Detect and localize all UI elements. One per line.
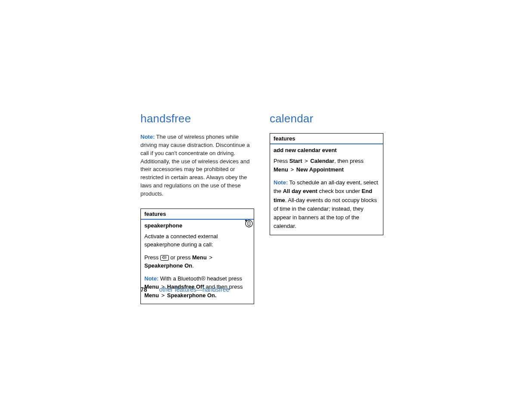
footer-text: other features—handsfree <box>159 286 230 293</box>
speakerphone-instruction: Press or press Menu > Speakerphone On. <box>144 253 250 270</box>
intro-text: The use of wireless phones while driving… <box>140 134 250 197</box>
svg-rect-1 <box>248 221 250 225</box>
features-header: features <box>141 209 254 220</box>
calendar-features-box: features add new calendar event Press St… <box>270 133 383 235</box>
calendar-instruction: Press Start > Calendar, then press Menu … <box>274 157 380 174</box>
features-header-calendar: features <box>270 134 383 144</box>
page-footer: 78other features—handsfree <box>140 286 229 293</box>
calendar-section: add new calendar event Press Start > Cal… <box>270 144 383 235</box>
handsfree-intro: Note: The use of wireless phones while d… <box>140 133 254 198</box>
left-column: handsfree Note: The use of wireless phon… <box>140 112 254 304</box>
speakerphone-desc: Activate a connected external speakerpho… <box>144 232 250 249</box>
optional-accessory-icon <box>244 219 253 229</box>
page-number: 78 <box>140 286 147 293</box>
speaker-key-icon <box>160 255 169 261</box>
calendar-note: Note: To schedule an all-day event, sele… <box>274 178 380 230</box>
speakerphone-title: speakerphone <box>144 222 250 229</box>
right-column: calendar features add new calendar event… <box>270 112 383 304</box>
calendar-heading: calendar <box>270 112 383 125</box>
calendar-event-title: add new calendar event <box>274 147 380 153</box>
note-label: Note: <box>140 134 155 140</box>
handsfree-heading: handsfree <box>140 112 254 125</box>
